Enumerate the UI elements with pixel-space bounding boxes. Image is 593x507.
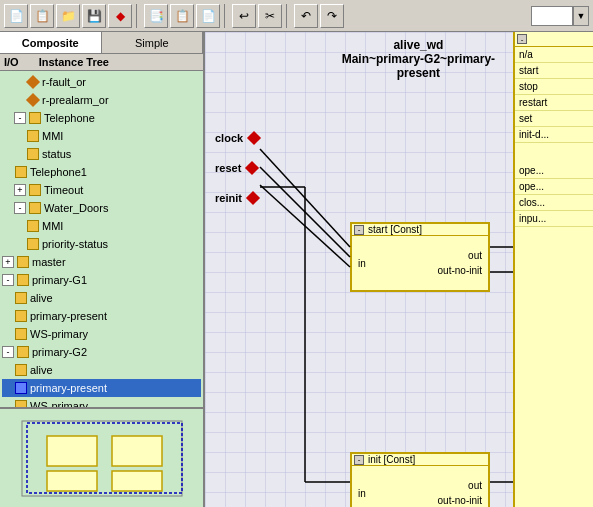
tree-item-alive-g2[interactable]: alive (2, 361, 201, 379)
canvas-area[interactable]: alive_wd Main~primary-G2~primary-present… (205, 32, 593, 507)
instance-tree[interactable]: r-fault_or r-prealarm_or - Telephone MMI (0, 71, 203, 407)
init-out-port: out (468, 480, 482, 491)
water-doors-label: Water_Doors (44, 202, 108, 214)
main-area: Composite Simple I/O Instance Tree r-fau… (0, 32, 593, 507)
init-minimize[interactable]: - (354, 455, 364, 465)
tree-item-status[interactable]: status (2, 145, 201, 163)
tree-item-primary-present-g1[interactable]: primary-present (2, 307, 201, 325)
init-block-label: init [Const] (368, 454, 415, 465)
zoom-control: 100% ▼ (531, 6, 589, 26)
tree-item-priority-status[interactable]: priority-status (2, 235, 201, 253)
start-block[interactable]: - start [Const] in out out-no-init (350, 222, 490, 292)
r-fault-or-label: r-fault_or (42, 76, 86, 88)
toolbar-btn-1[interactable]: 📄 (4, 4, 28, 28)
toolbar-btn-diamond[interactable]: ◆ (108, 4, 132, 28)
zoom-input[interactable]: 100% (531, 6, 573, 26)
init-out-no-init-port: out-no-init (438, 495, 482, 506)
toolbar-btn-5[interactable]: 📑 (144, 4, 168, 28)
tree-item-r-fault-or[interactable]: r-fault_or (2, 73, 201, 91)
svg-line-8 (260, 185, 350, 267)
tree-item-mmi[interactable]: MMI (2, 127, 201, 145)
toolbar-btn-2[interactable]: 📋 (30, 4, 54, 28)
signal-reset: reset (215, 162, 259, 174)
toolbar-btn-3[interactable]: 📁 (56, 4, 80, 28)
tree-item-alive-g1[interactable]: alive (2, 289, 201, 307)
telephone1-label: Telephone1 (30, 166, 87, 178)
master-icon (16, 255, 30, 269)
water-doors-toggle[interactable]: - (14, 202, 26, 214)
tab-composite[interactable]: Composite (0, 32, 102, 53)
canvas-title-line1: alive_wd (321, 38, 515, 52)
primary-g2-label: primary-G2 (32, 346, 87, 358)
alive-g2-icon (14, 363, 28, 377)
alive-g2-label: alive (30, 364, 53, 376)
tree-item-master[interactable]: + master (2, 253, 201, 271)
toolbar-btn-9[interactable]: ✂ (258, 4, 282, 28)
signal-reinit: reinit (215, 192, 259, 204)
start-minimize[interactable]: - (354, 225, 364, 235)
toolbar-btn-8[interactable]: ↩ (232, 4, 256, 28)
mmi2-icon (26, 219, 40, 233)
tree-item-primary-g2[interactable]: - primary-G2 (2, 343, 201, 361)
separator-3 (286, 4, 290, 28)
timeout-toggle[interactable]: + (14, 184, 26, 196)
rp-ope1: ope... (515, 163, 593, 179)
rp-set: set (515, 111, 593, 127)
r-prealarm-or-icon (26, 93, 40, 107)
r-prealarm-or-label: r-prealarm_or (42, 94, 109, 106)
right-panel-minimize[interactable]: - (517, 34, 527, 44)
canvas-title-line2: Main~primary-G2~primary-present (321, 52, 515, 80)
toolbar-btn-save[interactable]: 💾 (82, 4, 106, 28)
tree-item-ws-primary-g1[interactable]: WS-primary (2, 325, 201, 343)
ws-primary-g1-label: WS-primary (30, 328, 88, 340)
tree-item-telephone[interactable]: - Telephone (2, 109, 201, 127)
instance-tree-label: Instance Tree (39, 56, 109, 68)
rp-spacer (515, 143, 593, 163)
tree-item-timeout[interactable]: + Timeout (2, 181, 201, 199)
svg-line-7 (260, 167, 350, 257)
tree-item-ws-primary-g2[interactable]: WS-primary (2, 397, 201, 407)
tree-item-primary-present-sel[interactable]: primary-present (2, 379, 201, 397)
toolbar-btn-redo[interactable]: ↷ (320, 4, 344, 28)
reinit-diamond (246, 191, 260, 205)
mini-preview (0, 407, 203, 507)
priority-status-label: priority-status (42, 238, 108, 250)
start-in-port: in (358, 258, 366, 269)
rp-ope2: ope... (515, 179, 593, 195)
master-label: master (32, 256, 66, 268)
init-block-title: - init [Const] (352, 454, 488, 466)
clock-label: clock (215, 132, 243, 144)
primary-g1-label: primary-G1 (32, 274, 87, 286)
primary-g2-toggle[interactable]: - (2, 346, 14, 358)
toolbar-btn-7[interactable]: 📄 (196, 4, 220, 28)
reset-label: reset (215, 162, 241, 174)
tree-item-telephone1[interactable]: Telephone1 (2, 163, 201, 181)
left-panel: Composite Simple I/O Instance Tree r-fau… (0, 32, 205, 507)
init-in-port: in (358, 488, 366, 499)
mmi-label: MMI (42, 130, 63, 142)
telephone-toggle[interactable]: - (14, 112, 26, 124)
primary-g2-icon (16, 345, 30, 359)
zoom-dropdown[interactable]: ▼ (573, 6, 589, 26)
mmi2-label: MMI (42, 220, 63, 232)
rp-clos: clos... (515, 195, 593, 211)
primary-g1-toggle[interactable]: - (2, 274, 14, 286)
alive-g1-label: alive (30, 292, 53, 304)
toolbar-btn-6[interactable]: 📋 (170, 4, 194, 28)
svg-rect-4 (112, 471, 162, 491)
toolbar-btn-undo[interactable]: ↶ (294, 4, 318, 28)
primary-present-g1-label: primary-present (30, 310, 107, 322)
tab-simple[interactable]: Simple (102, 32, 204, 53)
tree-item-r-prealarm-or[interactable]: r-prealarm_or (2, 91, 201, 109)
tree-item-water-doors[interactable]: - Water_Doors (2, 199, 201, 217)
tree-item-primary-g1[interactable]: - primary-G1 (2, 271, 201, 289)
rp-na: n/a (515, 47, 593, 63)
init-block[interactable]: - init [Const] in out out-no-init (350, 452, 490, 507)
separator-1 (136, 4, 140, 28)
primary-present-sel-label: primary-present (30, 382, 107, 394)
tab-bar: Composite Simple (0, 32, 203, 54)
master-toggle[interactable]: + (2, 256, 14, 268)
right-panel: - n/a start stop restart set init-d... o… (513, 32, 593, 507)
ws-primary-g2-icon (14, 399, 28, 407)
tree-item-mmi2[interactable]: MMI (2, 217, 201, 235)
